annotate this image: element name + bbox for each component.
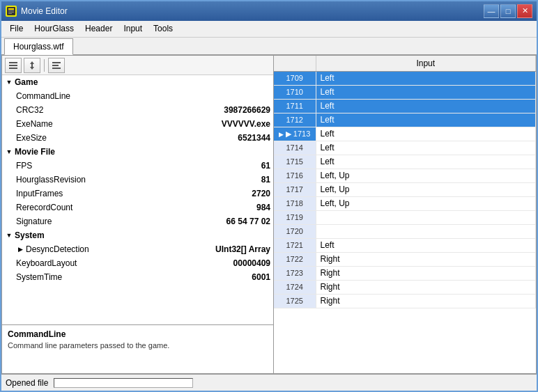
toolbar-btn-2[interactable] <box>24 58 40 73</box>
table-row[interactable]: 1723Right <box>274 266 536 280</box>
expand-system-icon: ▼ <box>5 231 13 240</box>
tree-row-commandline[interactable]: CommandLine <box>2 89 273 103</box>
input-value: Left <box>316 238 536 252</box>
menu-item-tools[interactable]: Tools <box>148 22 178 36</box>
svg-rect-2 <box>8 10 14 11</box>
tree-row-exename[interactable]: ExeName VVVVVV.exe <box>2 117 273 131</box>
left-panel: ▼ Game CommandLine CRC32 3987266629 ExeN… <box>2 56 274 373</box>
expand-moviefile-icon: ▼ <box>5 148 13 156</box>
title-bar: Movie Editor — □ ✕ <box>1 1 537 21</box>
frame-number: 1712 <box>274 113 316 127</box>
close-button[interactable]: ✕ <box>517 4 532 18</box>
table-row[interactable]: 1720 <box>274 224 536 238</box>
table-row[interactable]: 1716Left, Up <box>274 168 536 182</box>
table-row[interactable]: 1715Left <box>274 155 536 168</box>
toolbar-separator <box>44 59 45 72</box>
tree-row-crc32[interactable]: CRC32 3987266629 <box>2 103 273 117</box>
table-row[interactable]: 1711Left <box>274 99 536 113</box>
frame-number: 1720 <box>274 224 316 238</box>
frame-number: 1723 <box>274 266 316 280</box>
right-panel: Input 1709Left1710Left1711Left1712Left▶ … <box>274 56 536 373</box>
info-title: CommandLine <box>8 329 268 339</box>
table-row[interactable]: 1719 <box>274 210 536 224</box>
col-header-input: Input <box>316 56 536 71</box>
table-row[interactable]: 1712Left <box>274 113 536 127</box>
svg-rect-11 <box>52 62 61 63</box>
tree-row-systemtime[interactable]: SystemTime 6001 <box>2 270 273 284</box>
table-row[interactable]: 1721Left <box>274 238 536 252</box>
menu-item-input[interactable]: Input <box>118 22 148 36</box>
input-value: Left, Up <box>316 168 536 182</box>
frame-number: 1717 <box>274 182 316 196</box>
status-bar: Opened file <box>1 374 537 391</box>
info-description: Command line parameters passed to the ga… <box>8 341 268 350</box>
tree-row-inputframes[interactable]: InputFrames 2720 <box>2 187 273 201</box>
input-value: Right <box>316 266 536 280</box>
status-text: Opened file <box>6 378 48 388</box>
tab-hourglass-wtf[interactable]: Hourglass.wtf <box>4 38 73 55</box>
tree-row-desyncdetection[interactable]: ▶ DesyncDetection UInt32[] Array <box>2 242 273 256</box>
table-row[interactable]: 1725Right <box>274 294 536 308</box>
maximize-button[interactable]: □ <box>500 4 516 18</box>
menu-item-header[interactable]: Header <box>79 22 118 36</box>
table-row[interactable]: 1717Left, Up <box>274 182 536 196</box>
tree-row-keyboardlayout[interactable]: KeyboardLayout 00000409 <box>2 256 273 270</box>
tree-row-rerecordcount[interactable]: RerecordCount 984 <box>2 201 273 214</box>
frame-number: 1709 <box>274 71 316 85</box>
table-row[interactable]: 1718Left, Up <box>274 196 536 210</box>
main-content: ▼ Game CommandLine CRC32 3987266629 ExeN… <box>1 55 537 374</box>
svg-rect-13 <box>52 68 61 69</box>
tree-row-exesize[interactable]: ExeSize 6521344 <box>2 131 273 145</box>
expand-game-icon: ▼ <box>5 78 13 86</box>
tree-section-moviefile[interactable]: ▼ Movie File <box>2 145 273 159</box>
tree-area: ▼ Game CommandLine CRC32 3987266629 ExeN… <box>2 75 273 324</box>
window-title: Movie Editor <box>21 6 484 16</box>
input-value: Left <box>316 141 536 155</box>
frame-number: 1722 <box>274 252 316 266</box>
input-table-container: Input 1709Left1710Left1711Left1712Left▶ … <box>274 56 536 373</box>
table-row[interactable]: 1722Right <box>274 252 536 266</box>
menu-item-hourglass[interactable]: HourGlass <box>29 22 79 36</box>
frame-number: 1724 <box>274 280 316 294</box>
toolbar-btn-1[interactable] <box>5 58 22 73</box>
frame-number: 1715 <box>274 155 316 168</box>
svg-rect-5 <box>9 62 17 63</box>
frame-number: 1714 <box>274 141 316 155</box>
tree-section-system[interactable]: ▼ System <box>2 228 273 242</box>
table-row[interactable]: 1710Left <box>274 85 536 99</box>
svg-rect-7 <box>9 68 17 69</box>
table-row[interactable]: 1709Left <box>274 71 536 85</box>
frame-number: 1710 <box>274 85 316 99</box>
expand-desync-icon: ▶ <box>16 245 24 253</box>
menu-bar: FileHourGlassHeaderInputTools <box>1 21 537 38</box>
svg-rect-3 <box>8 12 14 13</box>
tree-row-hourglassrevision[interactable]: HourglassRevision 81 <box>2 173 273 187</box>
window: Movie Editor — □ ✕ FileHourGlassHeaderIn… <box>0 0 538 392</box>
input-value: Right <box>316 294 536 308</box>
progress-bar-container <box>54 378 193 388</box>
svg-rect-1 <box>8 8 14 10</box>
table-row[interactable]: ▶ 1713Left <box>274 127 536 141</box>
frame-number: 1719 <box>274 210 316 224</box>
minimize-button[interactable]: — <box>484 4 499 18</box>
title-bar-buttons: — □ ✕ <box>484 4 532 18</box>
input-value <box>316 210 536 224</box>
input-value: Right <box>316 280 536 294</box>
table-row[interactable]: 1724Right <box>274 280 536 294</box>
tree-row-signature[interactable]: Signature 66 54 77 02 <box>2 214 273 228</box>
menu-item-file[interactable]: File <box>4 22 29 36</box>
table-scroll[interactable]: Input 1709Left1710Left1711Left1712Left▶ … <box>274 56 536 373</box>
input-value: Left, Up <box>316 196 536 210</box>
input-value: Left <box>316 155 536 168</box>
toolbar <box>2 56 273 75</box>
tree-section-game[interactable]: ▼ Game <box>2 75 273 89</box>
tree-row-fps[interactable]: FPS 61 <box>2 159 273 173</box>
toolbar-btn-3[interactable] <box>48 58 65 73</box>
svg-rect-12 <box>52 65 59 66</box>
table-row[interactable]: 1714Left <box>274 141 536 155</box>
info-panel: CommandLine Command line parameters pass… <box>2 324 273 373</box>
window-icon <box>6 6 17 17</box>
frame-number: 1711 <box>274 99 316 113</box>
input-value: Left <box>316 71 536 85</box>
input-table: Input 1709Left1710Left1711Left1712Left▶ … <box>274 56 536 308</box>
